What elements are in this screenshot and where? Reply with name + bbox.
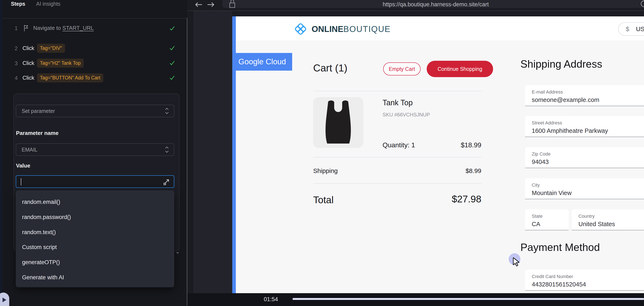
step-action: Click <box>22 60 34 66</box>
step-action: Click <box>22 74 34 81</box>
street-address-field[interactable]: Street Address 1600 Amphitheatre Parkway <box>525 116 644 137</box>
step-number: 3 <box>15 60 18 66</box>
flag-icon <box>24 25 29 32</box>
field-label: City <box>532 182 540 188</box>
divider <box>313 157 481 158</box>
step-target-badge[interactable]: Tag="H2" Tank Top <box>37 59 84 68</box>
tab-ai-insights[interactable]: AI insights <box>36 1 60 7</box>
value-suggestions-dropdown: random.email() random.password() random.… <box>16 190 174 287</box>
field-value: 1600 Amphitheatre Parkway <box>532 127 608 134</box>
item-sku: SKU #66VCHSJNUP <box>382 112 430 118</box>
tank-top-image <box>313 97 363 148</box>
payment-method-title: Payment Method <box>520 241 600 254</box>
forward-arrow-icon[interactable] <box>206 0 215 9</box>
text-caret <box>21 178 21 185</box>
step-action: Click <box>22 45 34 52</box>
divider <box>313 183 481 184</box>
field-label: E-mail Address <box>532 89 563 95</box>
step-target-badge[interactable]: Tag="BUTTON" Add To Cart <box>37 73 103 82</box>
suggestion-random-password[interactable]: random.password() <box>22 210 167 225</box>
field-value: United States <box>578 221 615 228</box>
item-name: Tank Top <box>382 98 412 107</box>
email-field[interactable]: E-mail Address someone@example.com <box>525 85 644 106</box>
site-viewport: ONLINEBOUTIQUE $ USD Google Cloud Cart (… <box>232 16 644 293</box>
suggestion-random-text[interactable]: random.text() <box>22 225 167 240</box>
step-number: 4 <box>15 75 18 81</box>
tab-steps[interactable]: Steps <box>11 1 25 7</box>
step-passed-icon <box>169 25 175 32</box>
drawer-handle[interactable] <box>0 292 9 306</box>
value-label: Value <box>16 162 30 169</box>
item-price: $18.99 <box>439 141 481 149</box>
shipping-label: Shipping <box>313 167 338 174</box>
url-text: https://qa.boutique.harness-demo.site/ca… <box>222 1 644 8</box>
parameter-name-label: Parameter name <box>16 130 58 136</box>
step-row[interactable]: 1 Navigate to START_URL <box>0 24 187 34</box>
step-passed-icon <box>169 74 175 81</box>
suggestion-generate-ai[interactable]: Generate with AI <box>22 270 167 285</box>
field-label: Credit Card Number <box>532 274 573 279</box>
step-number: 1 <box>15 25 18 31</box>
play-triangle-icon <box>2 298 6 302</box>
field-value: 4432801561520454 <box>532 281 586 288</box>
step-row[interactable]: 3 Click Tag="H2" Tank Top <box>0 58 187 69</box>
cart-title: Cart (1) <box>313 62 348 74</box>
step-number: 2 <box>15 46 18 52</box>
panel-divider <box>2 18 187 18</box>
product-image <box>313 97 363 148</box>
empty-cart-button[interactable]: Empty Cart <box>383 62 420 76</box>
continue-shopping-button[interactable]: Continue Shopping <box>427 61 493 77</box>
field-label: Street Address <box>532 120 562 126</box>
city-field[interactable]: City Mountain View <box>525 178 644 199</box>
hidden-select-chevron-icon: ⌄ <box>175 248 180 255</box>
app-root: Steps AI insights 1 Navigate to START_UR… <box>0 0 644 306</box>
country-field[interactable]: Country United States <box>572 209 644 230</box>
mouse-cursor <box>512 257 522 267</box>
suggestion-generate-otp[interactable]: generateOTP() <box>22 255 167 270</box>
action-select[interactable]: Set parameter <box>16 105 174 117</box>
select-chevrons-icon <box>164 146 169 153</box>
field-label: Country <box>578 214 594 219</box>
step-passed-icon <box>169 45 175 51</box>
total-label: Total <box>313 194 334 206</box>
suggestion-random-email[interactable]: random.email() <box>22 194 167 210</box>
shipping-address-title: Shipping Address <box>520 58 602 70</box>
url-bar[interactable]: https://qa.boutique.harness-demo.site/ca… <box>222 0 644 8</box>
step-text: Navigate to START_URL <box>33 25 94 31</box>
select-chevrons-icon <box>164 108 169 114</box>
back-arrow-icon[interactable] <box>194 0 203 9</box>
item-quantity: Quantity: 1 <box>382 141 415 149</box>
credit-card-field[interactable]: Credit Card Number 4432801561520454 <box>525 270 644 291</box>
step-row[interactable]: 4 Click Tag="BUTTON" Add To Cart <box>0 73 187 84</box>
field-value: 94043 <box>532 158 549 166</box>
playback-progress-bar[interactable] <box>292 298 644 300</box>
step-action: Navigate to <box>33 25 61 31</box>
field-value: someone@example.com <box>532 96 599 104</box>
playback-time: 01:54 <box>264 296 278 303</box>
field-value: CA <box>532 221 540 228</box>
chrome-divider <box>187 10 644 11</box>
field-label: Zip Code <box>532 151 550 157</box>
total-value: $27.98 <box>418 193 481 205</box>
lock-icon <box>228 0 236 8</box>
state-field[interactable]: State CA <box>525 209 569 230</box>
step-target-badge[interactable]: Tag="DIV" <box>37 44 65 53</box>
field-value: Mountain View <box>532 190 572 196</box>
action-select-value: Set parameter <box>22 108 55 114</box>
parameter-name-value: EMAIL <box>22 147 38 153</box>
playback-bar: 01:54 <box>187 293 644 306</box>
step-row[interactable]: 2 Click Tag="DIV" <box>0 43 187 54</box>
step-passed-icon <box>169 60 175 66</box>
shipping-value: $8.99 <box>439 167 481 174</box>
expand-editor-icon[interactable] <box>163 179 170 185</box>
viewport-letterbox <box>193 11 232 293</box>
zip-code-field[interactable]: Zip Code 94043 <box>525 147 644 168</box>
value-input[interactable] <box>16 175 174 188</box>
step-start-url-link[interactable]: START_URL <box>62 25 94 31</box>
suggestion-custom-script[interactable]: Custom script <box>22 240 167 255</box>
field-label: State <box>532 214 542 219</box>
parameter-name-select[interactable]: EMAIL <box>16 143 174 156</box>
refresh-icon[interactable] <box>640 0 644 8</box>
divider <box>313 91 481 91</box>
